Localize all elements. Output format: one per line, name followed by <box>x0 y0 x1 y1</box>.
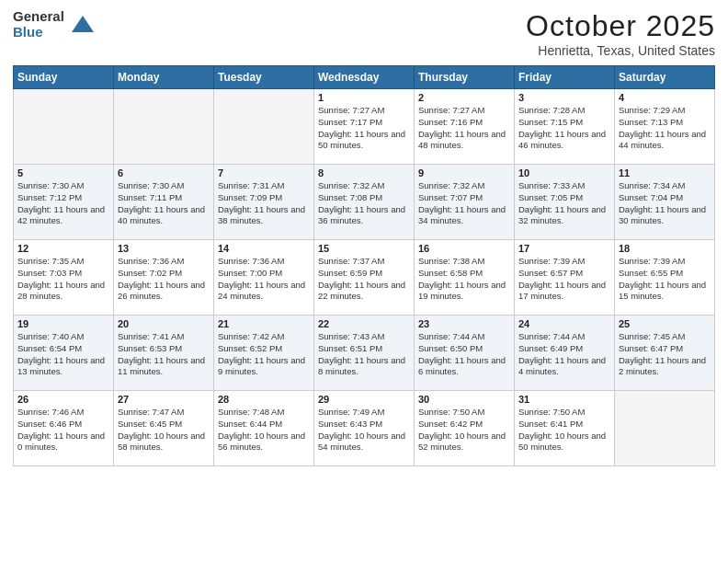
calendar-week-4: 26Sunrise: 7:46 AMSunset: 6:46 PMDayligh… <box>14 391 715 466</box>
table-row: 2Sunrise: 7:27 AMSunset: 7:16 PMDaylight… <box>415 89 515 165</box>
calendar-week-0: 1Sunrise: 7:27 AMSunset: 7:17 PMDaylight… <box>14 89 715 165</box>
daylight-label: Daylight: 11 hours and 32 minutes. <box>518 204 606 226</box>
daylight-label: Daylight: 11 hours and 36 minutes. <box>318 204 405 226</box>
table-row: 8Sunrise: 7:32 AMSunset: 7:08 PMDaylight… <box>314 165 415 240</box>
sunrise-label: Sunrise: 7:42 AM <box>218 331 284 341</box>
day-number: 1 <box>318 92 410 103</box>
day-number: 9 <box>418 167 510 178</box>
daylight-label: Daylight: 10 hours and 52 minutes. <box>418 431 506 453</box>
day-number: 10 <box>518 167 610 178</box>
logo-general: General <box>13 9 64 25</box>
day-number: 23 <box>418 318 510 329</box>
day-number: 3 <box>518 92 610 103</box>
logo-icon <box>70 12 96 38</box>
sunset-label: Sunset: 7:04 PM <box>619 192 683 202</box>
cell-text: Sunrise: 7:50 AMSunset: 6:42 PMDaylight:… <box>418 407 510 454</box>
col-sunday: Sunday <box>14 66 114 89</box>
cell-text: Sunrise: 7:35 AMSunset: 7:03 PMDaylight:… <box>17 256 109 303</box>
daylight-label: Daylight: 11 hours and 11 minutes. <box>118 355 205 377</box>
sunset-label: Sunset: 6:42 PM <box>418 419 483 429</box>
sunset-label: Sunset: 7:02 PM <box>118 268 182 278</box>
cell-text: Sunrise: 7:32 AMSunset: 7:07 PMDaylight:… <box>418 180 510 227</box>
day-number: 6 <box>118 167 210 178</box>
table-row: 19Sunrise: 7:40 AMSunset: 6:54 PMDayligh… <box>14 316 114 391</box>
daylight-label: Daylight: 11 hours and 38 minutes. <box>218 204 305 226</box>
daylight-label: Daylight: 11 hours and 15 minutes. <box>619 280 706 302</box>
cell-text: Sunrise: 7:38 AMSunset: 6:58 PMDaylight:… <box>418 256 510 303</box>
cell-text: Sunrise: 7:36 AMSunset: 7:00 PMDaylight:… <box>218 256 310 303</box>
sunset-label: Sunset: 6:59 PM <box>318 268 382 278</box>
daylight-label: Daylight: 11 hours and 30 minutes. <box>619 204 706 226</box>
sunrise-label: Sunrise: 7:29 AM <box>619 105 685 115</box>
day-number: 25 <box>619 318 711 329</box>
sunrise-label: Sunrise: 7:32 AM <box>318 180 384 190</box>
day-number: 19 <box>17 318 109 329</box>
sunrise-label: Sunrise: 7:39 AM <box>619 256 685 266</box>
cell-text: Sunrise: 7:42 AMSunset: 6:52 PMDaylight:… <box>218 331 310 378</box>
table-row: 10Sunrise: 7:33 AMSunset: 7:05 PMDayligh… <box>515 165 615 240</box>
table-row: 22Sunrise: 7:43 AMSunset: 6:51 PMDayligh… <box>314 316 415 391</box>
sunset-label: Sunset: 7:13 PM <box>619 117 683 127</box>
sunrise-label: Sunrise: 7:47 AM <box>118 407 184 417</box>
month-title: October 2025 <box>526 9 715 43</box>
cell-text: Sunrise: 7:32 AMSunset: 7:08 PMDaylight:… <box>318 180 410 227</box>
sunset-label: Sunset: 7:03 PM <box>17 268 82 278</box>
day-number: 21 <box>218 318 310 329</box>
table-row: 27Sunrise: 7:47 AMSunset: 6:45 PMDayligh… <box>114 391 214 466</box>
sunrise-label: Sunrise: 7:40 AM <box>17 331 84 341</box>
daylight-label: Daylight: 10 hours and 54 minutes. <box>318 431 405 453</box>
sunrise-label: Sunrise: 7:31 AM <box>218 180 284 190</box>
title-block: October 2025 Henrietta, Texas, United St… <box>526 9 715 58</box>
sunrise-label: Sunrise: 7:32 AM <box>418 180 484 190</box>
sunset-label: Sunset: 7:09 PM <box>218 192 282 202</box>
calendar: Sunday Monday Tuesday Wednesday Thursday… <box>13 65 715 466</box>
sunset-label: Sunset: 7:07 PM <box>418 192 483 202</box>
sunrise-label: Sunrise: 7:28 AM <box>518 105 585 115</box>
table-row: 12Sunrise: 7:35 AMSunset: 7:03 PMDayligh… <box>14 240 114 316</box>
day-number: 13 <box>118 243 210 254</box>
sunrise-label: Sunrise: 7:46 AM <box>17 407 84 417</box>
daylight-label: Daylight: 10 hours and 56 minutes. <box>218 431 305 453</box>
cell-text: Sunrise: 7:28 AMSunset: 7:15 PMDaylight:… <box>518 105 610 152</box>
daylight-label: Daylight: 11 hours and 13 minutes. <box>17 355 105 377</box>
sunset-label: Sunset: 7:08 PM <box>318 192 382 202</box>
table-row: 1Sunrise: 7:27 AMSunset: 7:17 PMDaylight… <box>314 89 415 165</box>
table-row: 5Sunrise: 7:30 AMSunset: 7:12 PMDaylight… <box>14 165 114 240</box>
table-row: 15Sunrise: 7:37 AMSunset: 6:59 PMDayligh… <box>314 240 415 316</box>
table-row: 16Sunrise: 7:38 AMSunset: 6:58 PMDayligh… <box>415 240 515 316</box>
daylight-label: Daylight: 11 hours and 34 minutes. <box>418 204 506 226</box>
table-row: 6Sunrise: 7:30 AMSunset: 7:11 PMDaylight… <box>114 165 214 240</box>
cell-text: Sunrise: 7:30 AMSunset: 7:12 PMDaylight:… <box>17 180 109 227</box>
cell-text: Sunrise: 7:49 AMSunset: 6:43 PMDaylight:… <box>318 407 410 454</box>
table-row: 17Sunrise: 7:39 AMSunset: 6:57 PMDayligh… <box>515 240 615 316</box>
logo-text: General Blue <box>13 9 64 40</box>
table-row: 4Sunrise: 7:29 AMSunset: 7:13 PMDaylight… <box>615 89 715 165</box>
table-row: 26Sunrise: 7:46 AMSunset: 6:46 PMDayligh… <box>14 391 114 466</box>
sunrise-label: Sunrise: 7:34 AM <box>619 180 685 190</box>
table-row: 20Sunrise: 7:41 AMSunset: 6:53 PMDayligh… <box>114 316 214 391</box>
cell-text: Sunrise: 7:50 AMSunset: 6:41 PMDaylight:… <box>518 407 610 454</box>
day-number: 28 <box>218 394 310 405</box>
daylight-label: Daylight: 11 hours and 9 minutes. <box>218 355 305 377</box>
location: Henrietta, Texas, United States <box>526 43 715 58</box>
sunset-label: Sunset: 7:16 PM <box>418 117 483 127</box>
day-number: 30 <box>418 394 510 405</box>
daylight-label: Daylight: 11 hours and 46 minutes. <box>518 129 606 151</box>
cell-text: Sunrise: 7:31 AMSunset: 7:09 PMDaylight:… <box>218 180 310 227</box>
table-row: 14Sunrise: 7:36 AMSunset: 7:00 PMDayligh… <box>214 240 314 316</box>
day-number: 24 <box>518 318 610 329</box>
day-number: 5 <box>17 167 109 178</box>
cell-text: Sunrise: 7:43 AMSunset: 6:51 PMDaylight:… <box>318 331 410 378</box>
table-row: 25Sunrise: 7:45 AMSunset: 6:47 PMDayligh… <box>615 316 715 391</box>
day-number: 18 <box>619 243 711 254</box>
day-number: 15 <box>318 243 410 254</box>
col-monday: Monday <box>114 66 214 89</box>
table-row: 3Sunrise: 7:28 AMSunset: 7:15 PMDaylight… <box>515 89 615 165</box>
day-number: 14 <box>218 243 310 254</box>
sunrise-label: Sunrise: 7:44 AM <box>518 331 585 341</box>
day-number: 2 <box>418 92 510 103</box>
day-number: 7 <box>218 167 310 178</box>
table-row: 9Sunrise: 7:32 AMSunset: 7:07 PMDaylight… <box>415 165 515 240</box>
daylight-label: Daylight: 11 hours and 26 minutes. <box>118 280 205 302</box>
cell-text: Sunrise: 7:37 AMSunset: 6:59 PMDaylight:… <box>318 256 410 303</box>
